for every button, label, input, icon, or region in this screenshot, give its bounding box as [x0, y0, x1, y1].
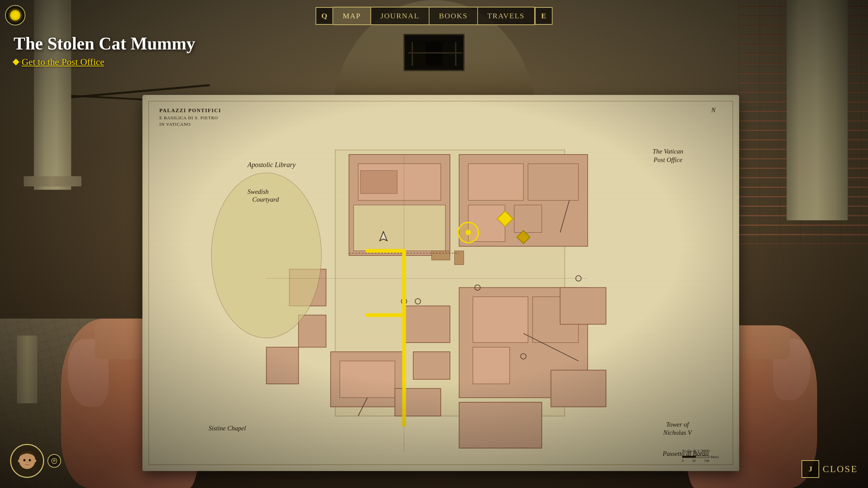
stone-post	[17, 336, 37, 403]
svg-point-48	[23, 459, 25, 462]
label-vatican-post-office: The Vatican Post Office	[653, 147, 683, 164]
background-scene: PALAZZI PONTIFICI E BASILICA DI S. PIETR…	[0, 0, 868, 488]
q-key-button[interactable]: Q	[316, 7, 333, 25]
tab-map[interactable]: MAP	[333, 7, 371, 25]
e-key-button[interactable]: E	[535, 7, 552, 25]
top-navigation: Q MAP JOURNAL BOOKS TRAVELS E	[316, 7, 553, 25]
objective-marker-main	[458, 222, 478, 243]
svg-rect-13	[473, 347, 510, 384]
svg-point-49	[29, 459, 31, 462]
avatar-secondary-pip[interactable]	[47, 454, 61, 468]
column-right	[787, 0, 848, 220]
avatar-container[interactable]	[10, 444, 61, 478]
scale-indicator: Scala di 1:3800 Metri 050100	[682, 448, 719, 463]
svg-point-44	[466, 230, 471, 235]
svg-rect-7	[528, 164, 578, 200]
svg-rect-27	[455, 251, 464, 265]
tab-books[interactable]: BOOKS	[430, 7, 478, 25]
quest-objective-text: Get to the Post Office	[22, 57, 104, 67]
label-courtyard: Courtyard	[252, 196, 279, 203]
svg-rect-20	[404, 306, 450, 343]
map-svg	[142, 95, 739, 471]
character-face-svg	[14, 447, 41, 474]
svg-rect-26	[432, 251, 450, 260]
label-swedish: Swedish	[248, 188, 269, 196]
svg-rect-3	[360, 170, 397, 194]
close-label-text: CLOSE	[823, 464, 858, 474]
avatar-portrait[interactable]	[10, 444, 44, 478]
column-left	[34, 0, 71, 190]
svg-rect-17	[298, 315, 326, 347]
quest-title: The Stolen Cat Mummy	[14, 34, 195, 53]
svg-point-51	[34, 460, 36, 462]
svg-rect-24	[551, 370, 606, 407]
svg-rect-11	[473, 297, 528, 343]
svg-point-50	[18, 460, 20, 462]
label-tower-nicholas: Tower of Nicholas V	[663, 421, 692, 437]
quest-objective-row: Get to the Post Office	[14, 57, 195, 67]
svg-point-53	[53, 459, 56, 462]
close-button[interactable]: J CLOSE	[802, 460, 858, 478]
svg-rect-18	[267, 347, 299, 384]
grate-element	[403, 34, 465, 71]
label-apostolic-library: Apostolic Library	[248, 161, 296, 169]
small-portrait-icon	[51, 458, 58, 464]
svg-rect-23	[459, 402, 542, 448]
svg-rect-22	[395, 388, 441, 416]
close-key-button[interactable]: J	[802, 460, 819, 478]
tab-journal[interactable]: JOURNAL	[371, 7, 429, 25]
svg-rect-15	[340, 361, 395, 398]
objective-diamond-icon	[13, 59, 19, 65]
quest-info-panel: The Stolen Cat Mummy Get to the Post Off…	[14, 34, 195, 67]
svg-rect-4	[354, 205, 446, 251]
map-paper: PALAZZI PONTIFICI E BASILICA DI S. PIETR…	[142, 95, 739, 471]
svg-rect-21	[413, 352, 450, 379]
sun-inner	[10, 10, 20, 20]
label-sistine-chapel: Sistine Chapel	[209, 425, 246, 432]
column-base-left	[24, 176, 81, 186]
svg-rect-9	[514, 205, 542, 232]
svg-rect-6	[468, 164, 523, 200]
tab-travels[interactable]: TRAVELS	[478, 7, 535, 25]
svg-rect-25	[560, 288, 606, 324]
sun-compass-icon	[5, 5, 25, 25]
